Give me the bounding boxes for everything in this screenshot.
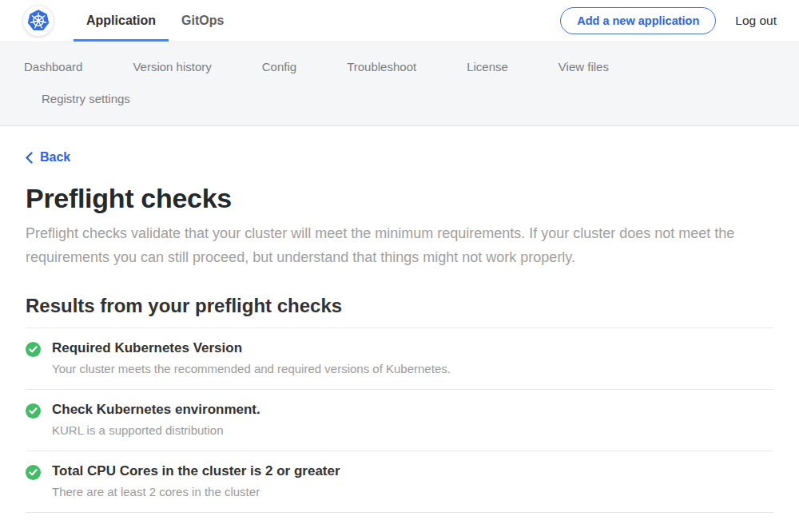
tab-application[interactable]: Application	[74, 0, 169, 42]
subnav-item-version-history[interactable]: Version history	[133, 55, 211, 79]
app-subnav: Dashboard Version history Config Trouble…	[0, 42, 799, 126]
kubernetes-logo[interactable]	[22, 5, 54, 37]
subnav-item-view-files[interactable]: View files	[559, 55, 609, 79]
check-title: Total CPU Cores in the cluster is 2 or g…	[52, 463, 340, 479]
check-detail: There are at least 2 cores in the cluste…	[52, 485, 340, 498]
check-detail: Your cluster meets the recommended and r…	[52, 362, 451, 375]
kubernetes-helm-icon	[25, 7, 52, 34]
top-navigation: Application GitOps Add a new application…	[0, 0, 799, 42]
subnav-item-troubleshoot[interactable]: Troubleshoot	[347, 55, 416, 79]
footer-actions: Re-run	[0, 513, 799, 532]
primary-tabs: Application GitOps	[74, 0, 237, 42]
page-description: Preflight checks validate that your clus…	[26, 221, 753, 269]
preflight-check-list: Required Kubernetes Version Your cluster…	[26, 328, 773, 513]
page-title: Preflight checks	[26, 183, 773, 214]
check-detail: KURL is a supported distribution	[52, 423, 260, 437]
add-new-application-button[interactable]: Add a new application	[560, 7, 716, 34]
subnav-row-1: Dashboard Version history Config Trouble…	[0, 51, 799, 83]
subnav-item-dashboard[interactable]: Dashboard	[24, 55, 82, 79]
subnav-item-registry-settings[interactable]: Registry settings	[42, 87, 130, 111]
check-title: Required Kubernetes Version	[52, 340, 451, 356]
check-title: Check Kubernetes environment.	[52, 402, 260, 418]
check-body: Check Kubernetes environment. KURL is a …	[52, 402, 260, 437]
subnav-item-config[interactable]: Config	[262, 55, 296, 79]
check-body: Total CPU Cores in the cluster is 2 or g…	[52, 463, 340, 498]
logout-link[interactable]: Log out	[735, 14, 777, 28]
check-row-kubernetes-environment: Check Kubernetes environment. KURL is a …	[26, 390, 773, 451]
check-body: Required Kubernetes Version Your cluster…	[52, 340, 451, 375]
check-row-required-kubernetes-version: Required Kubernetes Version Your cluster…	[26, 328, 773, 390]
results-heading: Results from your preflight checks	[26, 295, 773, 317]
preflight-page: Back Preflight checks Preflight checks v…	[0, 126, 799, 513]
check-circle-icon	[26, 403, 41, 419]
back-link-label: Back	[40, 150, 70, 165]
check-row-total-cpu-cores: Total CPU Cores in the cluster is 2 or g…	[26, 451, 773, 513]
check-circle-icon	[26, 342, 41, 357]
chevron-left-icon	[26, 152, 33, 164]
subnav-item-license[interactable]: License	[467, 55, 508, 79]
check-circle-icon	[26, 465, 41, 480]
back-link[interactable]: Back	[26, 150, 70, 165]
subnav-row-2: Registry settings	[0, 83, 799, 115]
tab-gitops[interactable]: GitOps	[169, 0, 237, 42]
